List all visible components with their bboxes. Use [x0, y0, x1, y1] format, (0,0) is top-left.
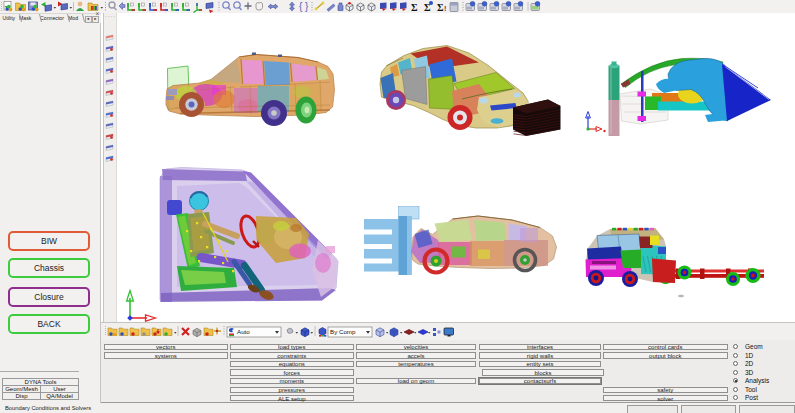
svg-text:!: ! [444, 4, 447, 13]
svg-text:Σ: Σ [411, 2, 418, 13]
svg-text:By Comp: By Comp [330, 328, 356, 335]
svg-text:{ }: { } [299, 1, 309, 12]
svg-text:Σ: Σ [437, 2, 444, 13]
svg-text:Auto: Auto [237, 328, 250, 335]
